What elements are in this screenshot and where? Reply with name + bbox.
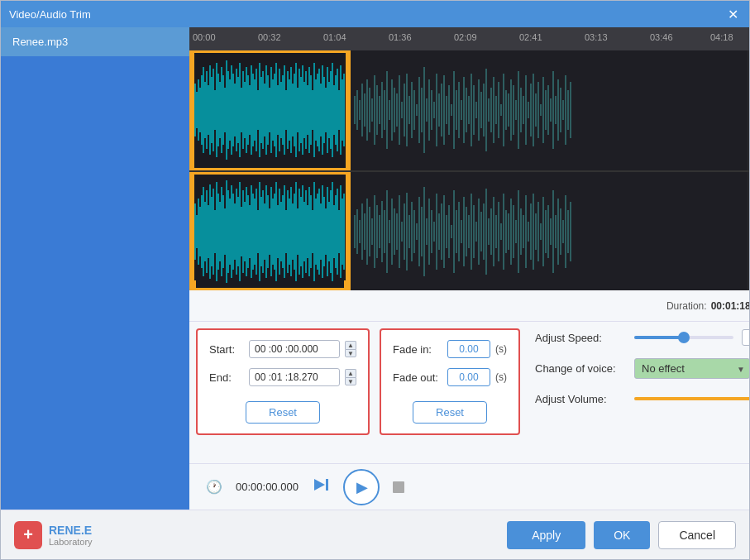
trim-handle-right-bottom[interactable] (346, 172, 351, 290)
end-label: End: (209, 371, 242, 384)
speed-value[interactable] (742, 329, 749, 346)
volume-slider-track[interactable] (634, 397, 749, 400)
main-window: Video/Audio Trim ✕ Renee.mp3 00:00 00:32… (0, 0, 750, 560)
right-controls: Adjust Speed: X ▶ Ch (530, 328, 749, 407)
start-spin-down[interactable]: ▼ (345, 349, 356, 357)
ruler-mark-5: 02:41 (519, 32, 542, 42)
fade-reset-button[interactable]: Reset (413, 401, 487, 424)
fade-out-input[interactable] (447, 368, 490, 386)
svg-rect-547 (351, 172, 748, 290)
waveform-bottom-unselected-svg (351, 172, 748, 290)
trim-reset-row: Reset (209, 398, 356, 424)
fade-out-unit: (s) (495, 371, 507, 383)
logo-text: RENE.E Laboratory (49, 524, 93, 547)
fade-box: Fade in: (s) Fade out: (s) Reset (380, 328, 520, 435)
duration-label: Duration: (666, 300, 707, 312)
window-title: Video/Audio Trim (9, 8, 91, 21)
waveform-bottom (189, 170, 749, 290)
play-icon: ▶ (356, 478, 368, 496)
end-row: End: ▲ ▼ (209, 368, 356, 386)
volume-row: Adjust Volume: % (535, 390, 749, 407)
voice-select-wrapper: No effect Male Female Child ▼ (634, 358, 749, 379)
stop-button[interactable] (393, 481, 404, 493)
transport-bar: 🕐 00:00:00.000 ▶ (189, 463, 749, 510)
export-button[interactable] (312, 476, 330, 498)
cancel-button[interactable]: Cancel (658, 521, 736, 549)
start-spinner: ▲ ▼ (345, 341, 356, 357)
logo-area: + RENE.E Laboratory (14, 521, 93, 549)
duration-bar: Duration: 00:01:18.270 (189, 290, 749, 322)
ok-button[interactable]: OK (594, 521, 650, 549)
voice-label: Change of voice: (535, 362, 626, 375)
footer: + RENE.E Laboratory Apply OK Cancel (1, 510, 749, 559)
svg-marker-724 (314, 479, 325, 491)
svg-rect-185 (351, 50, 748, 170)
controls-area: Start: ▲ ▼ End: ▲ ▼ (189, 322, 749, 463)
ruler-mark-4: 02:09 (454, 32, 477, 42)
clock-icon: 🕐 (206, 479, 222, 495)
start-spin-up[interactable]: ▲ (345, 341, 356, 349)
fade-in-input[interactable] (447, 340, 490, 358)
start-label: Start: (209, 343, 242, 356)
end-spinner: ▲ ▼ (345, 369, 356, 385)
fade-in-row: Fade in: (s) (393, 340, 507, 358)
svg-rect-725 (326, 479, 328, 491)
ruler-mark-3: 01:36 (389, 32, 412, 42)
ruler-mark-1: 00:32 (258, 32, 281, 42)
logo-cross: + (14, 521, 42, 549)
play-button[interactable]: ▶ (343, 469, 380, 505)
footer-buttons: Apply OK Cancel (507, 521, 736, 549)
start-row: Start: ▲ ▼ (209, 340, 356, 358)
fade-in-label: Fade in: (393, 343, 442, 356)
voice-select[interactable]: No effect Male Female Child (634, 358, 749, 379)
duration-value: 00:01:18.270 (711, 300, 749, 312)
main-panel: 00:00 00:32 01:04 01:36 02:09 02:41 03:1… (189, 27, 749, 510)
timeline-ruler: 00:00 00:32 01:04 01:36 02:09 02:41 03:1… (189, 27, 749, 50)
waveform-top-selected-svg (189, 50, 351, 170)
sidebar-item-file[interactable]: Renee.mp3 (1, 27, 189, 56)
title-bar: Video/Audio Trim ✕ (1, 1, 749, 27)
ruler-mark-0: 00:00 (193, 32, 216, 42)
end-spin-up[interactable]: ▲ (345, 369, 356, 377)
voice-row: Change of voice: No effect Male Female C… (535, 358, 749, 379)
close-button[interactable]: ✕ (724, 6, 741, 22)
logo-cross-icon: + (23, 525, 33, 544)
volume-label: Adjust Volume: (535, 393, 626, 405)
ruler-mark-2: 01:04 (323, 32, 346, 42)
waveform-top-unselected-svg (351, 50, 748, 170)
ruler-marks: 00:00 00:32 01:04 01:36 02:09 02:41 03:1… (189, 27, 749, 50)
transport-time: 00:00:00.000 (236, 481, 299, 493)
end-spin-down[interactable]: ▼ (345, 377, 356, 385)
fade-reset-row: Reset (393, 398, 507, 424)
apply-button[interactable]: Apply (507, 521, 585, 549)
waveform-top (189, 50, 749, 170)
ruler-mark-6: 03:13 (585, 32, 608, 42)
fade-out-row: Fade out: (s) (393, 368, 507, 386)
content-area: Renee.mp3 00:00 00:32 01:04 01:36 02:09 … (1, 27, 749, 510)
speed-row: Adjust Speed: X ▶ (535, 328, 749, 347)
trim-handle-left-top[interactable] (189, 50, 194, 170)
fade-out-label: Fade out: (393, 371, 442, 384)
logo-renee: RENE.E (49, 524, 93, 537)
trim-reset-button[interactable]: Reset (246, 401, 320, 424)
timeline-area: 00:00 00:32 01:04 01:36 02:09 02:41 03:1… (189, 27, 749, 290)
trim-handle-right-top[interactable] (346, 50, 351, 170)
sidebar: Renee.mp3 (1, 27, 189, 510)
fade-in-unit: (s) (495, 343, 507, 355)
speed-label: Adjust Speed: (535, 332, 626, 344)
trim-handle-left-bottom[interactable] (189, 172, 194, 290)
end-input[interactable] (249, 368, 340, 386)
waveform-bottom-selected-svg (189, 172, 351, 290)
trim-box: Start: ▲ ▼ End: ▲ ▼ (196, 328, 370, 435)
speed-slider-track[interactable] (634, 336, 733, 339)
logo-lab: Laboratory (49, 537, 93, 547)
start-input[interactable] (249, 340, 340, 358)
ruler-mark-7: 03:46 (650, 32, 673, 42)
ruler-mark-8: 04:18 (710, 32, 733, 42)
